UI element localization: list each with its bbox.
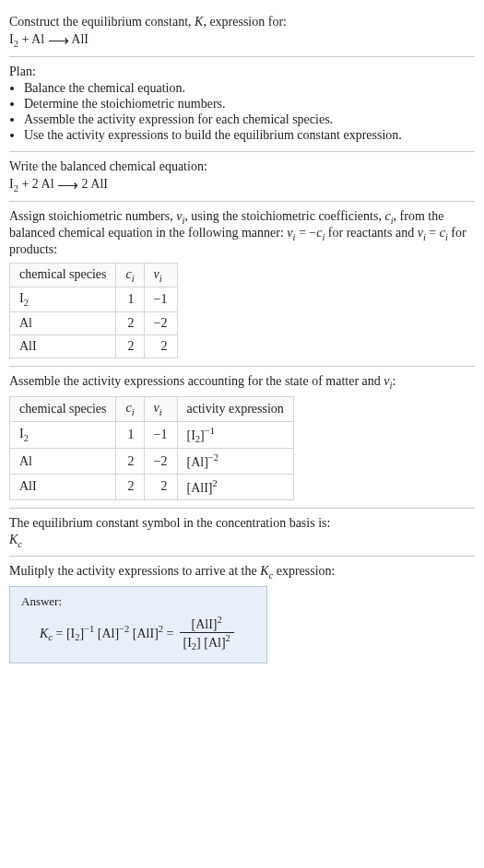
superscript: −1 bbox=[84, 624, 94, 634]
text: [I bbox=[187, 428, 195, 441]
cell-nu: −2 bbox=[144, 449, 177, 475]
plus: + bbox=[18, 32, 31, 46]
text: [Al] bbox=[98, 627, 119, 640]
cell-c: 2 bbox=[116, 474, 144, 499]
cell-species: AlI bbox=[10, 474, 116, 499]
text: Mulitply the activity expressions to arr… bbox=[9, 564, 260, 578]
assemble-section: Assemble the activity expressions accoun… bbox=[9, 367, 475, 507]
stoich-table: chemical species ci νi I2 1 −1 Al 2 −2 A… bbox=[9, 263, 178, 359]
prompt-section: Construct the equilibrium constant, K, e… bbox=[9, 7, 475, 56]
plan-list: Balance the chemical equation. Determine… bbox=[9, 81, 475, 143]
cell-activity: [Al]−2 bbox=[177, 449, 293, 475]
table-row: Al 2 −2 bbox=[10, 312, 178, 335]
multiply-section: Mulitply the activity expressions to arr… bbox=[9, 557, 475, 671]
kc-symbol: Kc bbox=[9, 533, 475, 549]
assign-text: Assign stoichiometric numbers, νi, using… bbox=[9, 209, 475, 257]
text: , expression for: bbox=[203, 15, 287, 29]
list-item: Use the activity expressions to build th… bbox=[24, 128, 475, 143]
table-row: AlI 2 2 bbox=[10, 335, 178, 358]
subscript: 2 bbox=[24, 298, 29, 308]
text: Construct the equilibrium constant, bbox=[9, 15, 195, 29]
superscript: 2 bbox=[213, 478, 218, 488]
species-Al: Al bbox=[31, 32, 44, 46]
answer-box: Answer: Kc = [I2]−1 [Al]−2 [AlI]2 = [AlI… bbox=[9, 586, 267, 663]
list-item: Assemble the activity expression for eac… bbox=[24, 112, 475, 127]
var-K: K bbox=[260, 564, 268, 578]
cell-nu: −1 bbox=[144, 421, 177, 448]
subscript: c bbox=[18, 538, 22, 548]
superscript: −2 bbox=[119, 624, 129, 634]
var-K: K bbox=[9, 533, 18, 546]
text: [AlI] bbox=[192, 617, 218, 631]
plan-section: Plan: Balance the chemical equation. Det… bbox=[9, 57, 475, 151]
assemble-text: Assemble the activity expressions accoun… bbox=[9, 374, 475, 391]
cell-c: 2 bbox=[116, 335, 144, 358]
superscript: 2 bbox=[218, 615, 222, 625]
text: Assemble the activity expressions accoun… bbox=[9, 374, 384, 388]
list-item: Determine the stoichiometric numbers. bbox=[24, 97, 475, 111]
cell-species: Al bbox=[10, 449, 116, 475]
cell-nu: −1 bbox=[144, 287, 177, 312]
table-header-row: chemical species ci νi activity expressi… bbox=[10, 396, 294, 421]
activity-table: chemical species ci νi activity expressi… bbox=[9, 396, 294, 500]
equals: = bbox=[163, 627, 173, 640]
superscript: 2 bbox=[226, 633, 230, 643]
cell-nu: 2 bbox=[144, 335, 177, 358]
text: [Al] bbox=[187, 455, 208, 469]
list-item: Balance the chemical equation. bbox=[24, 81, 475, 96]
text: [AlI] bbox=[187, 481, 213, 495]
assign-section: Assign stoichiometric numbers, νi, using… bbox=[9, 202, 475, 366]
arrow-icon: ⟶ bbox=[57, 176, 78, 194]
balanced-equation: I2 + 2 Al ⟶ 2 AlI bbox=[9, 176, 475, 194]
fraction: [AlI]2 [I2] [Al]2 bbox=[180, 615, 234, 651]
text: expression: bbox=[273, 564, 335, 578]
plan-header: Plan: bbox=[9, 65, 475, 79]
col-species: chemical species bbox=[10, 263, 116, 287]
cell-species: AlI bbox=[10, 335, 116, 358]
cell-c: 2 bbox=[116, 312, 144, 335]
symbol-section: The equilibrium constant symbol in the c… bbox=[9, 509, 475, 557]
cell-nu: 2 bbox=[144, 474, 177, 499]
table-header-row: chemical species ci νi bbox=[10, 263, 178, 287]
unbalanced-equation: I2 + Al ⟶ AlI bbox=[9, 31, 475, 49]
text: for reactants and bbox=[325, 226, 417, 240]
kc-expression: Kc = [I2]−1 [Al]−2 [AlI]2 = [AlI]2 [I2] … bbox=[21, 615, 255, 651]
text: ] [Al] bbox=[196, 635, 226, 649]
cell-nu: −2 bbox=[144, 312, 177, 335]
superscript: −2 bbox=[208, 452, 218, 463]
col-c: ci bbox=[116, 263, 144, 287]
cell-c: 1 bbox=[116, 421, 144, 448]
fraction-denominator: [I2] [Al]2 bbox=[180, 633, 234, 651]
text: [I bbox=[183, 635, 192, 649]
answer-label: Answer: bbox=[21, 594, 255, 609]
var-K: K bbox=[195, 15, 203, 29]
cell-species: Al bbox=[10, 312, 116, 335]
text: : bbox=[392, 374, 395, 388]
subscript: 2 bbox=[24, 433, 29, 443]
arrow-icon: ⟶ bbox=[48, 31, 69, 49]
prompt-line: Construct the equilibrium constant, K, e… bbox=[9, 15, 475, 29]
balanced-section: Write the balanced chemical equation: I2… bbox=[9, 152, 475, 201]
text: [AlI] bbox=[133, 627, 159, 640]
subscript: i bbox=[132, 407, 135, 417]
table-row: AlI 2 2 [AlI]2 bbox=[10, 474, 294, 499]
col-nu: νi bbox=[144, 263, 177, 287]
subscript: i bbox=[132, 273, 135, 283]
col-nu: νi bbox=[144, 396, 177, 421]
species-I2: I2 bbox=[9, 177, 18, 191]
col-c: ci bbox=[116, 396, 144, 421]
cell-species: I2 bbox=[10, 421, 116, 448]
table-row: I2 1 −1 [I2]−1 bbox=[10, 421, 294, 448]
text: Assign stoichiometric numbers, bbox=[9, 209, 176, 223]
cell-c: 1 bbox=[116, 287, 144, 312]
cell-c: 2 bbox=[116, 449, 144, 475]
text: [I bbox=[66, 627, 75, 640]
lhs: Kc = [I2]−1 [Al]−2 [AlI]2 = bbox=[40, 624, 174, 642]
cell-activity: [I2]−1 bbox=[177, 421, 293, 448]
table-row: Al 2 −2 [Al]−2 bbox=[10, 449, 294, 475]
symbol-text: The equilibrium constant symbol in the c… bbox=[9, 516, 475, 531]
equals: = bbox=[53, 627, 66, 640]
text: 2 AlI bbox=[78, 177, 108, 191]
cell-species: I2 bbox=[10, 287, 116, 312]
superscript: −1 bbox=[205, 426, 215, 436]
